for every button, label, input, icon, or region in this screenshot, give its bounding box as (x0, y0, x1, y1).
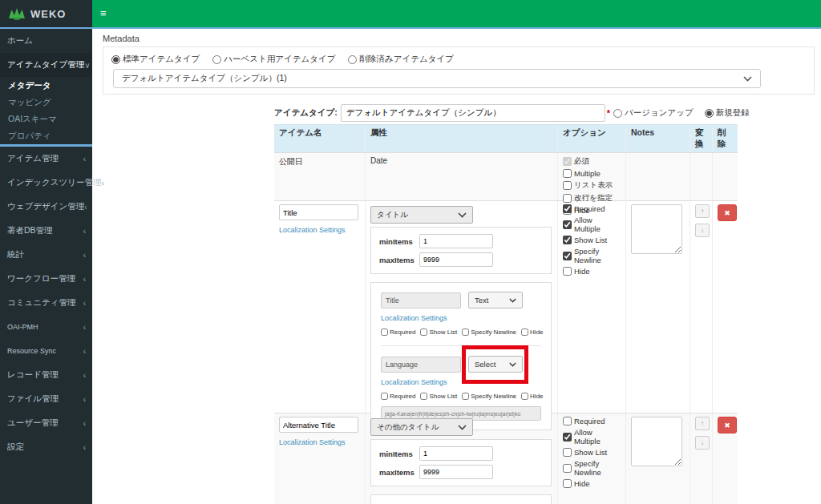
radio-version-up[interactable]: バージョンアップ (613, 107, 694, 119)
title-input-type-select[interactable]: Text (468, 292, 523, 308)
move-up-button[interactable]: ↑ (695, 417, 710, 430)
specify-newline-checkbox[interactable] (462, 393, 469, 400)
option-hide[interactable]: Hide (563, 267, 621, 276)
option-required[interactable]: 必須 (563, 156, 621, 167)
chevron-left-icon: ‹ (83, 323, 86, 332)
show-list-checkbox[interactable] (420, 329, 427, 336)
option-required[interactable]: Required (563, 417, 621, 425)
specify-newline-checkbox[interactable] (462, 329, 469, 336)
option-hide[interactable]: Hide (521, 329, 543, 336)
max-items-input[interactable] (419, 252, 493, 267)
required-checkbox[interactable] (381, 329, 388, 336)
option-show-list[interactable]: Show List (563, 448, 621, 457)
checkbox-label: Required (390, 329, 415, 336)
standard-itemtype-radio[interactable] (111, 55, 120, 64)
option-show-list[interactable]: リスト表示 (563, 180, 621, 191)
alt-title-name-input[interactable] (279, 417, 358, 433)
radio-deleted-itemtype[interactable]: 削除済みアイテムタイプ (348, 54, 453, 65)
weko-logo-icon (8, 7, 26, 20)
title-notes-textarea[interactable] (631, 204, 682, 254)
sidebar-item-indextree-mgmt[interactable]: インデックスツリー管理‹ (0, 171, 92, 195)
multiple-checkbox[interactable] (563, 169, 572, 178)
new-registration-radio[interactable] (705, 109, 714, 118)
sidebar-item-user-mgmt[interactable]: ユーザー管理‹ (0, 411, 92, 435)
show-list-checkbox[interactable] (563, 236, 572, 244)
show-list-checkbox[interactable] (563, 181, 572, 190)
sidebar-item-file-mgmt[interactable]: ファイル管理‹ (0, 387, 92, 411)
title-localization-link[interactable]: Localization Settings (279, 226, 346, 234)
version-up-radio[interactable] (613, 109, 622, 118)
option-required[interactable]: Required (381, 329, 415, 336)
radio-harvest-itemtype[interactable]: ハーベスト用アイテムタイプ (212, 54, 335, 65)
delete-button[interactable]: ✖ (718, 204, 737, 221)
alt-title-notes-textarea[interactable] (631, 417, 682, 466)
radio-new-registration[interactable]: 新規登録 (705, 107, 750, 119)
option-show-list[interactable]: Show List (420, 393, 457, 400)
option-specify-newline[interactable]: Specify Newline (563, 459, 621, 477)
sidebar-item-resource-sync[interactable]: Resource Sync‹ (0, 339, 92, 363)
sidebar-item-property[interactable]: プロパティ (0, 127, 92, 144)
move-down-button[interactable]: ↓ (695, 224, 710, 237)
sidebar-item-statistics[interactable]: 統計‹ (0, 243, 92, 267)
title-sub-localization-link[interactable]: Localization Settings (381, 314, 447, 322)
option-multiple[interactable]: Multiple (563, 169, 621, 178)
sidebar-item-workflow-mgmt[interactable]: ワークフロー管理‹ (0, 267, 92, 291)
move-up-button[interactable]: ↑ (695, 204, 710, 218)
hide-checkbox[interactable] (563, 479, 572, 488)
option-hide[interactable]: Hide (521, 393, 543, 400)
required-checkbox[interactable] (563, 417, 572, 425)
deleted-itemtype-radio[interactable] (348, 55, 357, 64)
specify-newline-checkbox[interactable] (563, 252, 572, 260)
option-hide[interactable]: Hide (563, 479, 621, 488)
option-show-list[interactable]: Show List (563, 236, 621, 244)
language-input-type-select[interactable]: Select (468, 356, 523, 373)
sidebar-item-record-mgmt[interactable]: レコード管理‹ (0, 363, 92, 387)
option-show-list[interactable]: Show List (420, 329, 457, 336)
option-specify-newline[interactable]: Specify Newline (462, 393, 516, 400)
sidebar-item-mapping[interactable]: マッピング (0, 94, 92, 111)
required-checkbox[interactable] (563, 157, 572, 166)
sidebar-item-item-mgmt[interactable]: アイテム管理‹ (0, 147, 92, 171)
allow-multiple-checkbox[interactable] (563, 220, 572, 229)
option-required[interactable]: Required (563, 204, 621, 213)
itemtype-select[interactable]: デフォルトアイテムタイプ（シンプル）(1) (113, 69, 761, 88)
show-list-checkbox[interactable] (563, 448, 572, 457)
min-items-input[interactable] (419, 446, 493, 461)
hide-checkbox[interactable] (521, 329, 528, 336)
sidebar-item-oai-pmh[interactable]: OAI-PMH‹ (0, 315, 92, 339)
allow-multiple-checkbox[interactable] (563, 433, 572, 442)
option-allow-multiple[interactable]: Allow Multiple (563, 216, 621, 233)
sidebar-toggle-icon[interactable]: ≡ (92, 0, 107, 27)
sidebar-item-itemtype-mgmt[interactable]: アイテムタイプ管理 ∨ (0, 53, 92, 77)
option-allow-multiple[interactable]: Allow Multiple (563, 428, 621, 446)
move-down-button[interactable]: ↓ (695, 436, 710, 450)
hide-checkbox[interactable] (563, 267, 572, 276)
sidebar-item-settings[interactable]: 設定‹ (0, 435, 92, 459)
title-name-input[interactable] (279, 204, 358, 220)
harvest-itemtype-radio[interactable] (212, 55, 221, 64)
hide-checkbox[interactable] (521, 393, 528, 400)
sidebar-item-community-mgmt[interactable]: コミュニティ管理‹ (0, 291, 92, 315)
sidebar-item-metadata[interactable]: メタデータ (0, 77, 92, 94)
min-items-input[interactable] (419, 234, 493, 248)
sidebar-item-authordb-mgmt[interactable]: 著者DB管理‹ (0, 219, 92, 243)
sidebar-item-oai-schema[interactable]: OAIスキーマ (0, 111, 92, 127)
required-checkbox[interactable] (381, 393, 388, 400)
required-checkbox[interactable] (563, 204, 572, 213)
title-attr-type-select[interactable]: タイトル (370, 206, 473, 224)
radio-standard-itemtype[interactable]: 標準アイテムタイプ (111, 54, 200, 65)
option-specify-newline[interactable]: Specify Newline (563, 247, 621, 264)
show-list-checkbox[interactable] (420, 393, 427, 400)
alt-title-attr-type-select[interactable]: その他のタイトル (370, 418, 473, 436)
delete-button[interactable]: ✖ (718, 417, 737, 433)
logo-block[interactable]: WEKO (0, 0, 92, 27)
option-required[interactable]: Required (381, 393, 415, 400)
language-sub-localization-link[interactable]: Localization Settings (381, 378, 447, 386)
sidebar-item-home[interactable]: ホーム (0, 29, 92, 53)
itemtype-name-input[interactable] (341, 104, 605, 122)
option-specify-newline[interactable]: Specify Newline (462, 329, 516, 336)
sidebar-item-webdesign-mgmt[interactable]: ウェブデザイン管理‹ (0, 195, 92, 219)
max-items-input[interactable] (419, 465, 493, 479)
alt-title-localization-link[interactable]: Localization Settings (279, 438, 346, 446)
specify-newline-checkbox[interactable] (563, 464, 572, 473)
